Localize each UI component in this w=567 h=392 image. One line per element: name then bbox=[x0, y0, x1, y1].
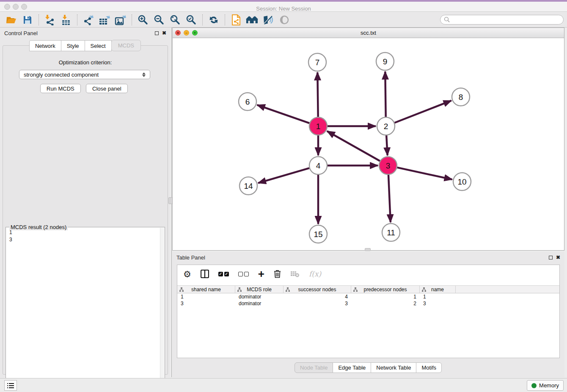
criterion-select[interactable]: strongly connected component bbox=[19, 70, 150, 79]
network-graph[interactable]: 7968124314101511 bbox=[173, 38, 564, 250]
column-type-icon bbox=[286, 287, 290, 292]
tab-network[interactable]: Network bbox=[29, 40, 61, 51]
edge-3-10[interactable] bbox=[397, 168, 452, 179]
search-input[interactable] bbox=[450, 17, 560, 23]
cell-name[interactable]: 3 bbox=[420, 300, 456, 307]
node-14[interactable]: 14 bbox=[239, 177, 257, 195]
tab-style[interactable]: Style bbox=[61, 40, 85, 51]
horizontal-splitter-grip[interactable] bbox=[365, 248, 371, 251]
control-panel-title: Control Panel bbox=[4, 30, 38, 36]
control-panel: Control Panel ✖ NetworkStyleSelectMCDS O… bbox=[0, 28, 171, 377]
cell-MCDS-role[interactable]: dominator bbox=[235, 293, 284, 300]
edge-4-14[interactable] bbox=[258, 168, 309, 183]
tab-mcds[interactable]: MCDS bbox=[111, 40, 141, 51]
select-all-columns-icon[interactable]: ✓✓ bbox=[218, 272, 229, 276]
tab-select[interactable]: Select bbox=[85, 40, 112, 51]
node-10[interactable]: 10 bbox=[453, 173, 471, 190]
deselect-all-columns-icon[interactable] bbox=[238, 272, 249, 276]
add-column-icon[interactable]: + bbox=[258, 270, 264, 278]
zoom-out-icon[interactable] bbox=[151, 14, 167, 26]
column-type-icon bbox=[237, 287, 242, 292]
save-session-icon[interactable] bbox=[19, 14, 36, 26]
node-1[interactable]: 1 bbox=[309, 117, 327, 135]
export-image-icon[interactable] bbox=[113, 14, 129, 26]
edge-2-3[interactable] bbox=[386, 135, 388, 155]
mcds-result-text[interactable]: 1 3 bbox=[7, 229, 160, 385]
task-history-icon[interactable] bbox=[4, 380, 17, 391]
edge-1-7[interactable] bbox=[317, 72, 318, 117]
column-type-icon bbox=[422, 287, 426, 292]
cell-predecessor-nodes[interactable]: 1 bbox=[351, 293, 420, 300]
table-panel: Table Panel ✖ ⚙ ✓✓ + f(x) shared nameMCD… bbox=[172, 252, 564, 377]
import-network-icon[interactable] bbox=[42, 14, 58, 26]
cell-successor-nodes[interactable]: 3 bbox=[284, 300, 351, 307]
function-builder-icon[interactable]: f(x) bbox=[309, 270, 321, 278]
edge-2-9[interactable] bbox=[385, 72, 385, 117]
column-layout-icon[interactable] bbox=[201, 270, 209, 278]
table-row[interactable]: 3dominator323 bbox=[177, 300, 559, 307]
node-3[interactable]: 3 bbox=[379, 157, 397, 174]
refresh-icon[interactable] bbox=[206, 14, 222, 26]
zoom-fit-icon[interactable] bbox=[167, 14, 183, 26]
close-panel-button[interactable]: Close panel bbox=[86, 84, 128, 93]
document-network-icon[interactable] bbox=[228, 14, 244, 26]
network-window-titlebar[interactable]: ✕ − + scc.txt bbox=[173, 28, 564, 38]
svg-text:6: 6 bbox=[245, 97, 250, 106]
open-session-icon[interactable] bbox=[3, 14, 19, 26]
eye-icon[interactable] bbox=[276, 14, 292, 26]
tab-motifs[interactable]: Motifs bbox=[416, 362, 442, 373]
export-table-icon[interactable] bbox=[96, 14, 113, 26]
svg-text:8: 8 bbox=[459, 93, 463, 102]
node-9[interactable]: 9 bbox=[376, 52, 394, 70]
cell-predecessor-nodes[interactable]: 2 bbox=[351, 300, 420, 307]
export-network-icon[interactable] bbox=[80, 14, 96, 26]
node-2[interactable]: 2 bbox=[377, 117, 395, 135]
edge-1-6[interactable] bbox=[257, 105, 310, 123]
tab-node-table[interactable]: Node Table bbox=[295, 362, 333, 373]
edge-3-11[interactable] bbox=[388, 175, 391, 222]
home-icon[interactable] bbox=[244, 14, 260, 26]
zoom-in-icon[interactable] bbox=[135, 14, 151, 26]
float-panel-icon[interactable] bbox=[155, 31, 159, 35]
column-header-MCDS-role[interactable]: MCDS role bbox=[235, 286, 284, 293]
tab-edge-table[interactable]: Edge Table bbox=[333, 362, 371, 373]
edge-3-1[interactable] bbox=[327, 131, 380, 161]
svg-text:11: 11 bbox=[387, 228, 395, 237]
cell-shared-name[interactable]: 1 bbox=[177, 293, 235, 300]
close-panel-icon[interactable]: ✖ bbox=[162, 30, 166, 36]
tab-network-table[interactable]: Network Table bbox=[371, 362, 416, 373]
delete-table-icon[interactable] bbox=[290, 271, 300, 277]
result-scrollbar[interactable] bbox=[160, 228, 164, 386]
label-visibility-icon[interactable] bbox=[260, 14, 276, 26]
svg-text:9: 9 bbox=[383, 57, 388, 66]
column-type-icon bbox=[179, 287, 184, 292]
column-header-name[interactable]: name bbox=[420, 286, 456, 293]
toolbar-separator bbox=[132, 14, 132, 25]
cell-shared-name[interactable]: 3 bbox=[177, 300, 235, 307]
cell-MCDS-role[interactable]: dominator bbox=[235, 300, 284, 307]
column-header-successor-nodes[interactable]: successor nodes bbox=[284, 286, 351, 293]
table-panel-tabs: Node TableEdge TableNetwork TableMotifs bbox=[172, 362, 564, 373]
memory-button[interactable]: Memory bbox=[527, 380, 564, 391]
column-header-shared-name[interactable]: shared name bbox=[177, 286, 235, 293]
node-4[interactable]: 4 bbox=[309, 157, 327, 174]
node-11[interactable]: 11 bbox=[382, 224, 400, 241]
delete-column-icon[interactable] bbox=[274, 270, 281, 278]
float-panel-icon[interactable] bbox=[549, 256, 553, 259]
column-header-predecessor-nodes[interactable]: predecessor nodes bbox=[351, 286, 420, 293]
edge-2-8[interactable] bbox=[394, 101, 451, 123]
node-8[interactable]: 8 bbox=[452, 88, 470, 106]
cell-successor-nodes[interactable]: 4 bbox=[284, 293, 351, 300]
import-table-icon[interactable] bbox=[58, 14, 74, 26]
node-15[interactable]: 15 bbox=[309, 225, 327, 243]
close-panel-icon[interactable]: ✖ bbox=[556, 255, 560, 260]
node-6[interactable]: 6 bbox=[239, 93, 256, 110]
control-panel-header: Control Panel ✖ bbox=[0, 28, 171, 39]
table-row[interactable]: 1dominator411 bbox=[177, 293, 559, 300]
run-mcds-button[interactable]: Run MCDS bbox=[40, 84, 81, 93]
node-7[interactable]: 7 bbox=[308, 53, 326, 71]
search-box[interactable] bbox=[440, 15, 564, 25]
zoom-selected-icon[interactable] bbox=[183, 14, 199, 26]
cell-name[interactable]: 1 bbox=[420, 293, 456, 300]
settings-gear-icon[interactable]: ⚙ bbox=[183, 270, 191, 279]
